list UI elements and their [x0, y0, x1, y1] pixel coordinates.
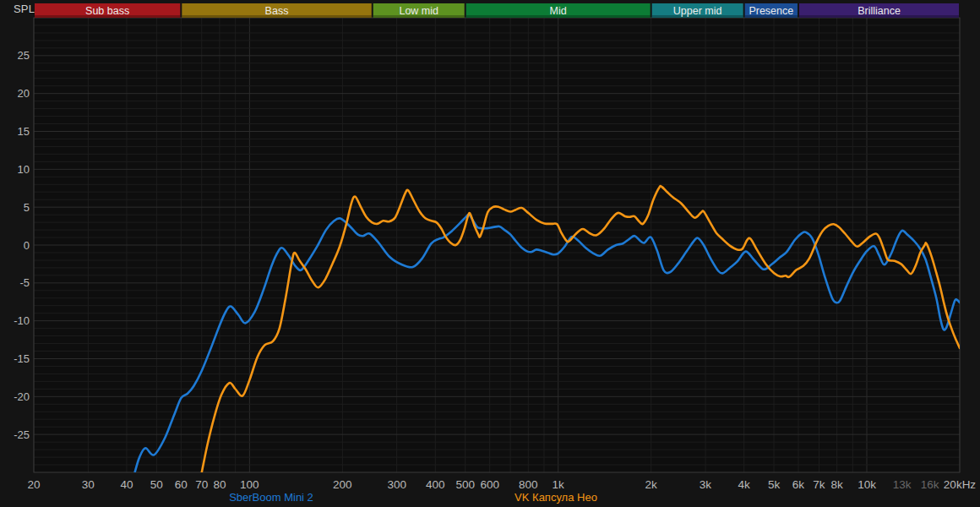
- band-brilliance-label: Brilliance: [858, 5, 901, 17]
- x-tick-30: 30: [82, 478, 95, 491]
- band-low-mid-label: Low mid: [399, 5, 438, 17]
- y-tick-25: 25: [18, 49, 30, 62]
- band-presence-label: Presence: [749, 5, 793, 17]
- band-upper-mid-label: Upper mid: [673, 5, 722, 17]
- x-tick-20: 20: [27, 478, 40, 491]
- band-bass-label: Bass: [265, 5, 289, 17]
- y-tick--25: -25: [14, 428, 30, 441]
- x-tick-4k: 4k: [738, 478, 751, 491]
- x-tick-13k: 13k: [893, 478, 912, 491]
- x-tick-300: 300: [387, 478, 406, 491]
- x-tick-50: 50: [150, 478, 163, 491]
- x-tick-600: 600: [480, 478, 499, 491]
- legend-vk-kapsula-neo: VK Капсула Нео: [514, 491, 597, 504]
- band-mid-label: Mid: [550, 5, 567, 17]
- x-tick-400: 400: [426, 478, 445, 491]
- x-tick-500: 500: [455, 478, 475, 491]
- y-tick-0: 0: [24, 239, 30, 252]
- x-tick-3k: 3k: [700, 478, 712, 491]
- band-sub-bass-label: Sub bass: [85, 5, 129, 17]
- x-tick-16k: 16k: [921, 478, 939, 491]
- y-tick--5: -5: [19, 276, 30, 289]
- y-tick-15: 15: [18, 125, 30, 138]
- x-tick-7k: 7k: [813, 478, 825, 491]
- x-tick-60: 60: [175, 478, 188, 491]
- y-tick-20: 20: [18, 87, 30, 100]
- x-tick-10k: 10k: [858, 478, 876, 491]
- x-tick-40: 40: [120, 478, 133, 491]
- y-tick-5: 5: [24, 201, 30, 214]
- x-tick-800: 800: [519, 478, 538, 491]
- x-tick-5k: 5k: [768, 478, 781, 491]
- x-tick-80: 80: [213, 478, 226, 491]
- x-tick-200: 200: [333, 478, 352, 491]
- x-tick-8k: 8k: [830, 478, 843, 491]
- frequency-response-chart[interactable]: Sub bassBassLow midMidUpper midPresenceB…: [0, 0, 980, 507]
- x-tick-1k: 1k: [553, 478, 565, 491]
- x-tick-100: 100: [240, 478, 259, 491]
- y-tick-10: 10: [18, 163, 30, 176]
- y-tick--20: -20: [14, 390, 30, 403]
- x-tick-6k: 6k: [792, 478, 805, 491]
- y-tick--15: -15: [14, 352, 30, 365]
- x-tick-2k: 2k: [645, 478, 658, 491]
- x-tick-20kHz: 20kHz: [944, 478, 977, 491]
- x-tick-70: 70: [195, 478, 208, 491]
- y-tick--10: -10: [14, 314, 30, 327]
- legend-sberboom-mini-2: SberBoom Mini 2: [229, 491, 313, 504]
- frequency-response-screen: SPL Sub bassBassLow midMidUpper midPrese…: [0, 0, 980, 507]
